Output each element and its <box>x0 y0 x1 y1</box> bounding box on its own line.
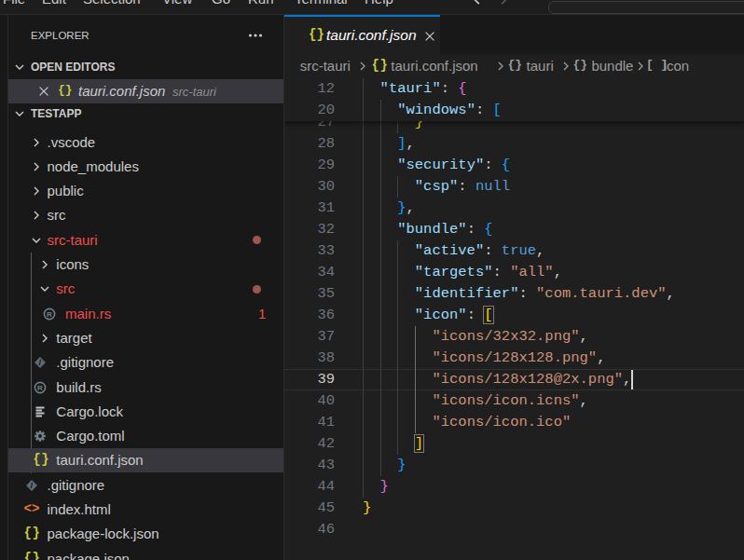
svg-text:R: R <box>47 310 52 319</box>
svg-text:R: R <box>37 384 43 392</box>
